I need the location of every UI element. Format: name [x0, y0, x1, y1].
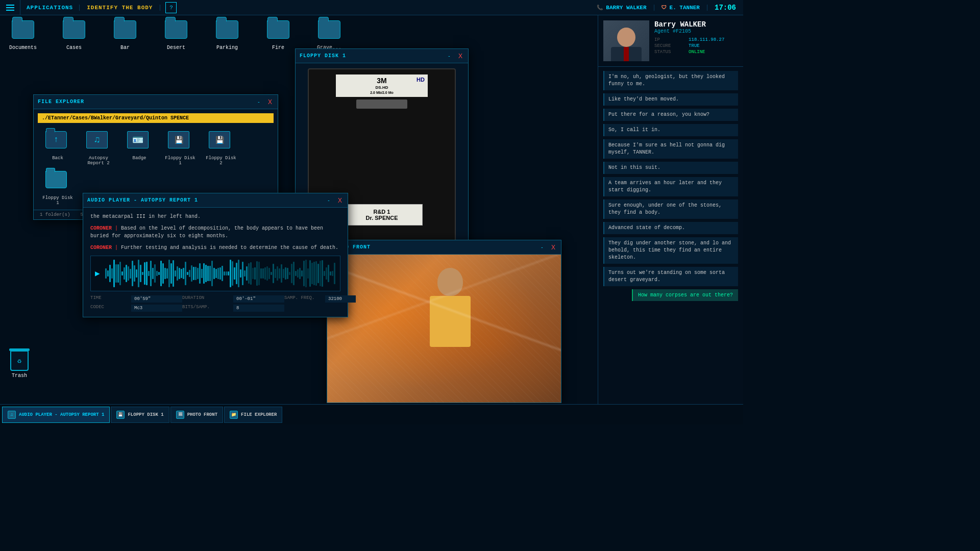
photo-minimize[interactable]: -	[538, 244, 546, 251]
file-item-label-badge: Badge	[132, 156, 146, 161]
ip-value: 118.111.98.27	[689, 37, 738, 42]
file-explorer-titlebar[interactable]: FILE EXPLORER - X	[34, 95, 278, 109]
badge-icon-shape: 🪪	[127, 131, 149, 148]
floppy-label-line1: R&D 1	[373, 209, 390, 215]
bits-value: 8	[233, 305, 284, 312]
samp-freq-value: 32100	[325, 295, 356, 303]
audio-text-coroner1: CORONER | Based on the level of decompos…	[90, 224, 340, 240]
audio-text-coroner2: CORONER | Further testing and analysis i…	[90, 244, 340, 252]
desktop-icon-label-fire: Fire	[272, 45, 284, 51]
file-item-badge[interactable]: 🪪 Badge	[121, 131, 157, 166]
chat-message-1: Like they'd been moved.	[603, 93, 738, 106]
taskbar-item-floppy[interactable]: 💾 FLOPPY DISK 1	[111, 407, 169, 423]
folder-shape	[12, 20, 34, 39]
agent-id: Agent #F2105	[654, 29, 738, 34]
floppy-brand: 3M	[377, 77, 386, 85]
ip-key: IP	[654, 37, 684, 42]
codec-value: Mc3	[131, 305, 182, 312]
codec-key: CODEC	[90, 305, 131, 312]
floppy-titlebar[interactable]: FLOPPY DISK 1 - X	[296, 49, 468, 63]
folder-icon-bar	[114, 20, 136, 43]
desktop-icon-label-documents: Documents	[9, 45, 37, 51]
file-item-back[interactable]: ↑ Back	[40, 131, 76, 166]
floppy-close[interactable]: X	[457, 53, 464, 60]
desktop-icon-parking[interactable]: Parking	[209, 20, 245, 51]
trash-icon[interactable]: Trash	[10, 350, 29, 379]
desktop-icon-desert[interactable]: Desert	[158, 20, 194, 51]
file-item-floppy-disk-2[interactable]: 💾 Floppy Disk 2	[203, 131, 239, 166]
taskbar-label-file-explorer: FILE EXPLORER	[241, 412, 277, 417]
avatar-tie	[624, 47, 629, 61]
file-explorer-close[interactable]: X	[266, 98, 274, 106]
file-explorer-minimize[interactable]: -	[255, 98, 262, 106]
photo-titlebar[interactable]: PHOTO FRONT - X	[327, 240, 561, 255]
desktop-icon-row: Documents Cases Bar Desert Parking	[5, 20, 347, 51]
folder-shape-cases	[63, 20, 85, 39]
folder-icon-parking	[216, 20, 238, 43]
file-item-label-floppy-folder: Floppy Disk 1	[40, 195, 76, 206]
chat-message-7: Sure enough, under one of the stones, th…	[603, 199, 738, 219]
photo-content	[327, 255, 561, 403]
file-item-floppy-disk-1[interactable]: 💾 Floppy Disk 1	[162, 131, 198, 166]
folder-shape-grave	[318, 20, 340, 39]
photo-tear	[327, 255, 561, 403]
folder-back-icon: ↑	[45, 131, 70, 154]
chat-messages: I'm no, uh, geologist, but they looked f…	[598, 67, 743, 404]
help-button[interactable]: ?	[165, 2, 177, 13]
user-button[interactable]: E. TANNER	[654, 5, 707, 11]
avatar-body	[611, 47, 642, 61]
folder-icon-desert	[165, 20, 187, 43]
duration-key: DURATION	[182, 295, 233, 303]
taskbar-label-photo: PHOTO FRONT	[187, 412, 217, 417]
floppy-file-icon-2: 💾	[209, 131, 233, 154]
hamburger-menu[interactable]	[0, 0, 20, 15]
audio-player-title: AUDIO PLAYER - AUTOPSY REPORT 1	[87, 197, 321, 203]
desktop-icon-cases[interactable]: Cases	[56, 20, 92, 51]
folder-sm-shape-floppy	[45, 171, 67, 188]
file-item-autopsy-report-2[interactable]: ♫ Autopsy Report 2	[81, 131, 116, 166]
desktop-icon-documents[interactable]: Documents	[5, 20, 41, 51]
taskbar-item-photo[interactable]: 🖼 PHOTO FRONT	[170, 407, 223, 423]
app-label: APPLICATIONS	[20, 5, 80, 11]
time-key: TIME	[90, 295, 131, 303]
audio-text-intro: the metacarpal III in her left hand.	[90, 213, 340, 220]
samp-freq-key: SAMP. FREQ.	[284, 295, 325, 303]
desktop-icon-fire[interactable]: Fire	[260, 20, 296, 51]
desktop-icon-label-bar: Bar	[120, 45, 130, 51]
agent-button[interactable]: BARRY WALKER	[590, 5, 654, 11]
play-button[interactable]: ▶	[95, 268, 100, 279]
hamburger-icon	[6, 5, 14, 11]
folder-icon-grave	[318, 20, 340, 43]
floppy-minimize[interactable]: -	[446, 53, 453, 60]
audio-metadata: TIME 00'59" DURATION 00'-01" SAMP. FREQ.…	[90, 295, 340, 312]
chat-question: How many corpses are out there?	[632, 289, 738, 301]
folder-icon-floppy	[45, 171, 70, 193]
file-item-floppy-folder[interactable]: Floppy Disk 1	[40, 171, 76, 206]
status-key: STATUS	[654, 49, 684, 55]
taskbar-item-audio-player[interactable]: ♫ AUDIO PLAYER - AUTOPSY REPORT 1	[2, 407, 110, 423]
taskbar-photo-icon: 🖼	[176, 411, 184, 419]
agent-name: BARRY WALKER	[606, 5, 646, 11]
desktop-icon-grave[interactable]: Grave...	[311, 20, 347, 51]
photo-window-title: PHOTO FRONT	[331, 244, 534, 250]
taskbar-label-audio: AUDIO PLAYER - AUTOPSY REPORT 1	[19, 412, 104, 417]
coroner-label-2: CORONER	[90, 245, 112, 251]
floppy-top-label: 3M DS.HD 2.0 Mb/2.0 Mo HD	[336, 74, 428, 97]
audio-player-window: AUDIO PLAYER - AUTOPSY REPORT 1 - X the …	[83, 193, 348, 317]
folder-shape-desert	[165, 20, 187, 39]
audio-minimize[interactable]: -	[325, 197, 332, 204]
duration-value: 00'-01"	[233, 295, 284, 303]
taskbar-item-file-explorer[interactable]: 📁 FILE EXPLORER	[224, 407, 282, 423]
waveform-visualization	[105, 258, 336, 289]
desktop-icon-bar[interactable]: Bar	[107, 20, 143, 51]
photo-close[interactable]: X	[550, 244, 557, 251]
audio-close[interactable]: X	[336, 197, 344, 204]
desktop-icon-label-parking: Parking	[216, 45, 238, 51]
audio-body-text-1: Based on the level of decomposition, the…	[90, 226, 323, 239]
floppy-label-line2: Dr. SPENCE	[366, 215, 398, 221]
audio-titlebar[interactable]: AUDIO PLAYER - AUTOPSY REPORT 1 - X	[83, 193, 348, 208]
folder-shape-bar	[114, 20, 136, 39]
file-item-label-back: Back	[52, 156, 63, 161]
floppy-shutter	[356, 99, 407, 109]
desktop-icon-label-cases: Cases	[66, 45, 82, 51]
